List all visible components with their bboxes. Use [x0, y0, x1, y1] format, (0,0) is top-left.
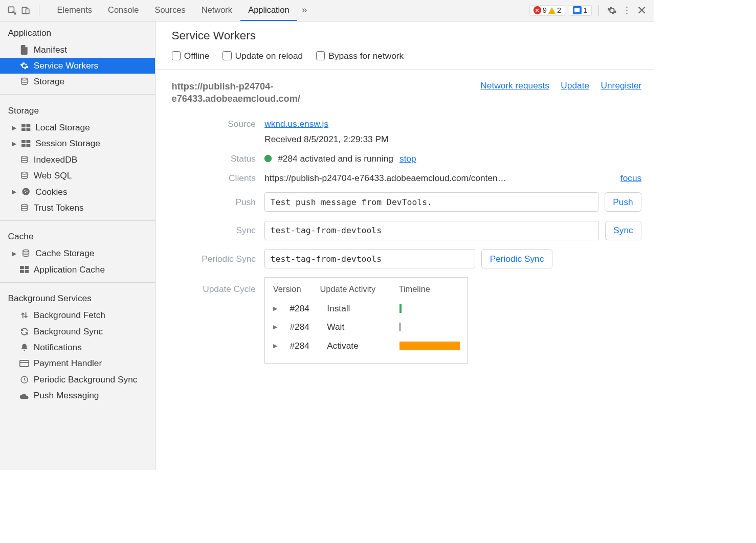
tab-elements[interactable]: Elements: [49, 0, 100, 21]
sidebar-item-trust-tokens[interactable]: Trust Tokens: [0, 200, 155, 216]
tab-application[interactable]: Application: [240, 0, 297, 21]
cycle-version: #284: [290, 341, 315, 351]
sync-input[interactable]: [264, 221, 598, 240]
sidebar-item-cookies[interactable]: ▶Cookies: [0, 184, 155, 199]
svg-rect-12: [27, 144, 31, 147]
svg-rect-25: [20, 360, 29, 367]
source-label: Source: [172, 119, 256, 129]
separator: [598, 5, 599, 16]
sync-label: Sync: [172, 225, 256, 236]
sidebar-item-label: Background Fetch: [34, 310, 105, 321]
push-label: Push: [172, 197, 256, 208]
svg-point-14: [21, 172, 28, 174]
close-icon[interactable]: [636, 5, 648, 16]
svg-point-17: [27, 191, 28, 192]
sidebar-item-payment-handler[interactable]: Payment Handler: [0, 355, 155, 371]
gear-icon: [19, 61, 29, 71]
svg-rect-21: [20, 266, 24, 269]
sidebar-section-title: Storage: [0, 99, 155, 120]
sidebar-section-title: Cache: [0, 225, 155, 245]
status-text: #284 activated and is running: [278, 153, 393, 164]
push-input[interactable]: [264, 192, 598, 212]
sidebar-item-background-fetch[interactable]: Background Fetch: [0, 307, 155, 323]
sidebar-item-periodic-background-sync[interactable]: Periodic Background Sync: [0, 372, 155, 388]
divider: [155, 69, 654, 70]
tab-bar: Elements Console Sources Network Applica…: [49, 0, 312, 21]
svg-point-16: [25, 190, 26, 191]
unregister-link[interactable]: Unregister: [601, 80, 642, 91]
svg-point-19: [21, 204, 28, 206]
db-icon: [19, 77, 29, 86]
sidebar-item-web-sql[interactable]: Web SQL: [0, 168, 155, 184]
device-toggle-icon[interactable]: [21, 6, 31, 15]
cycle-row[interactable]: ▶#284Install: [273, 299, 460, 318]
sidebar-section-title: Background Services: [0, 287, 155, 307]
sidebar-item-label: Notifications: [34, 342, 82, 353]
svg-rect-3: [574, 8, 580, 12]
periodic-sync-input[interactable]: [264, 249, 475, 268]
sync-button[interactable]: Sync: [605, 221, 642, 240]
sidebar-item-indexeddb[interactable]: IndexedDB: [0, 152, 155, 168]
sidebar-item-cache-storage[interactable]: ▶Cache Storage: [0, 245, 155, 261]
sidebar-item-label: Manifest: [34, 44, 67, 55]
network-requests-link[interactable]: Network requests: [480, 80, 549, 91]
sidebar-item-label: Local Storage: [35, 122, 90, 133]
periodic-sync-button[interactable]: Periodic Sync: [481, 249, 552, 268]
chevron-right-icon: ▶: [11, 188, 16, 195]
sidebar-item-label: Web SQL: [34, 170, 72, 181]
kebab-menu-icon[interactable]: ⋮: [621, 5, 633, 16]
update-on-reload-checkbox[interactable]: Update on reload: [223, 51, 303, 61]
file-icon: [19, 45, 29, 55]
tab-overflow[interactable]: »: [297, 0, 312, 21]
svg-point-20: [23, 250, 29, 252]
svg-rect-24: [25, 270, 29, 273]
svg-point-4: [21, 78, 28, 80]
offline-checkbox[interactable]: Offline: [172, 51, 210, 61]
sidebar-item-service-workers[interactable]: Service Workers: [0, 58, 155, 74]
cycle-row[interactable]: ▶#284Activate: [273, 336, 460, 355]
page-title: Service Workers: [172, 29, 642, 42]
settings-icon[interactable]: [606, 5, 617, 16]
service-workers-panel: Service Workers Offline Update on reload…: [155, 21, 654, 470]
push-button[interactable]: Push: [605, 192, 642, 212]
cycle-activity: Activate: [327, 341, 387, 351]
bypass-network-checkbox[interactable]: Bypass for network: [316, 51, 404, 61]
message-counter[interactable]: 1: [569, 5, 592, 16]
sidebar-item-local-storage[interactable]: ▶Local Storage: [0, 120, 155, 135]
chevron-right-icon: ▶: [11, 140, 16, 147]
update-link[interactable]: Update: [561, 80, 589, 91]
stop-link[interactable]: stop: [399, 153, 416, 164]
svg-rect-10: [27, 140, 31, 143]
issue-counter[interactable]: ✕9 2: [529, 5, 565, 16]
cycle-row[interactable]: ▶#284Wait: [273, 318, 460, 336]
sidebar-item-manifest[interactable]: Manifest: [0, 42, 155, 58]
sidebar-item-push-messaging[interactable]: Push Messaging: [0, 388, 155, 403]
chevron-right-icon: ▶: [11, 124, 16, 131]
db-icon: [19, 155, 29, 165]
tab-sources[interactable]: Sources: [147, 0, 193, 21]
grid-icon: [19, 265, 29, 275]
sidebar-section-title: Application: [0, 21, 155, 42]
sidebar-item-background-sync[interactable]: Background Sync: [0, 324, 155, 340]
bell-icon: [19, 343, 29, 352]
sidebar-item-application-cache[interactable]: Application Cache: [0, 262, 155, 278]
sidebar-item-label: Session Storage: [35, 138, 100, 149]
tab-network[interactable]: Network: [193, 0, 240, 21]
source-link[interactable]: wknd.us.ensw.js: [264, 119, 328, 129]
sidebar-item-label: Application Cache: [34, 264, 105, 275]
sidebar-item-session-storage[interactable]: ▶Session Storage: [0, 135, 155, 151]
svg-rect-6: [27, 124, 31, 127]
inspect-icon[interactable]: [7, 6, 17, 15]
focus-link[interactable]: focus: [620, 173, 641, 184]
sidebar-item-notifications[interactable]: Notifications: [0, 340, 155, 355]
tab-console[interactable]: Console: [100, 0, 146, 21]
chevron-right-icon: ▶: [273, 305, 277, 312]
svg-rect-7: [21, 128, 26, 131]
error-icon: ✕: [533, 6, 542, 14]
devtools-top-bar: Elements Console Sources Network Applica…: [0, 0, 654, 21]
db-icon: [19, 171, 29, 180]
svg-rect-2: [26, 9, 29, 14]
sidebar-item-storage[interactable]: Storage: [0, 74, 155, 89]
update-cycle-table: Version Update Activity Timeline ▶#284In…: [264, 277, 468, 364]
update-cycle-label: Update Cycle: [172, 277, 256, 294]
